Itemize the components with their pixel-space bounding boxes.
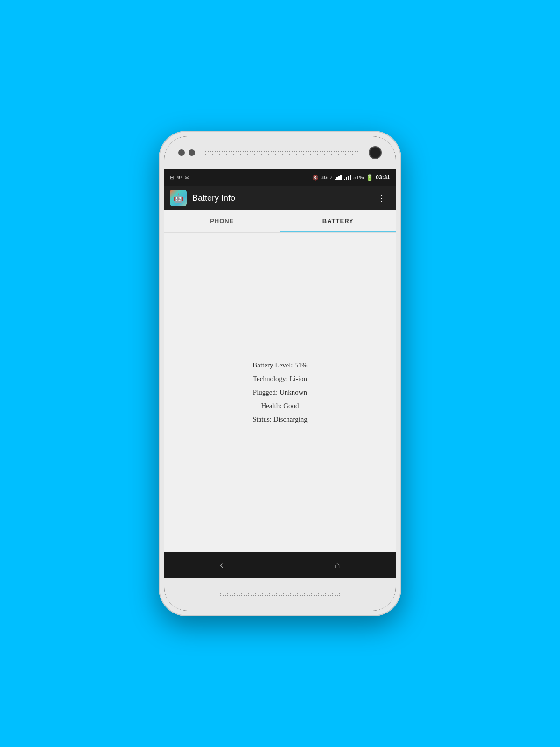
battery-percentage: 51%	[353, 175, 364, 180]
phone-top-hardware	[164, 136, 396, 169]
tab-battery-label: BATTERY	[322, 218, 354, 225]
image-status-icon: ⊞	[170, 175, 174, 181]
eye-status-icon: 👁	[177, 175, 182, 180]
tab-battery[interactable]: BATTERY	[280, 210, 396, 232]
signal-bar-1	[335, 179, 336, 180]
signal-bar2-4	[350, 175, 351, 180]
app-icon-emoji: 🤖	[173, 193, 183, 203]
app-icon: 🤖	[170, 190, 187, 206]
battery-icon: 🔋	[366, 174, 373, 181]
bottom-nav: ‹ ⌂	[164, 552, 396, 578]
tabs-container: PHONE BATTERY	[164, 210, 396, 233]
status-left-icons: ⊞ 👁 ✉	[170, 175, 189, 181]
battery-level: Battery Level: 51%	[252, 359, 308, 372]
signal-bars-2	[344, 175, 351, 180]
signal-bar-3	[338, 176, 340, 180]
phone-dots	[178, 149, 195, 156]
status-time: 03:31	[376, 174, 390, 181]
phone-speaker-bottom	[219, 592, 341, 597]
network-type-icon: 3G	[321, 175, 327, 180]
phone-bottom-hardware	[164, 578, 396, 611]
main-content: Battery Level: 51% Technology: Li-ion Pl…	[164, 233, 396, 552]
battery-info-block: Battery Level: 51% Technology: Li-ion Pl…	[252, 358, 308, 427]
signal-bar2-3	[348, 176, 349, 180]
mute-icon: 🔇	[312, 175, 319, 181]
phone-device: ⊞ 👁 ✉ 🔇 3G 2	[159, 131, 401, 616]
battery-status: Status: Discharging	[252, 413, 308, 426]
overflow-menu-button[interactable]: ⋮	[373, 190, 390, 205]
signal-bar2-1	[344, 179, 345, 180]
battery-health: Health: Good	[252, 400, 308, 412]
phone-screen: ⊞ 👁 ✉ 🔇 3G 2	[164, 136, 396, 611]
status-right-icons: 🔇 3G 2 51% 🔋 03:31	[312, 174, 390, 181]
tab-phone[interactable]: PHONE	[164, 210, 280, 232]
sim-number: 2	[330, 175, 333, 180]
battery-technology: Technology: Li-ion	[252, 373, 308, 385]
tab-phone-label: PHONE	[210, 218, 234, 225]
signal-bars-1	[335, 175, 342, 180]
signal-bar2-2	[346, 177, 347, 180]
phone-camera	[369, 146, 382, 159]
email-status-icon: ✉	[185, 175, 189, 181]
signal-bar-2	[336, 177, 338, 180]
battery-plugged: Plugged: Unknown	[252, 386, 308, 399]
phone-speaker-top	[204, 150, 359, 155]
phone-dot-1	[178, 149, 185, 156]
back-button[interactable]: ‹	[210, 555, 233, 575]
home-button[interactable]: ⌂	[325, 556, 350, 574]
phone-dot-2	[189, 149, 195, 156]
app-bar: 🤖 Battery Info ⋮	[164, 186, 396, 210]
status-bar: ⊞ 👁 ✉ 🔇 3G 2	[164, 169, 396, 186]
app-title: Battery Info	[192, 193, 373, 203]
signal-bar-4	[340, 175, 342, 180]
